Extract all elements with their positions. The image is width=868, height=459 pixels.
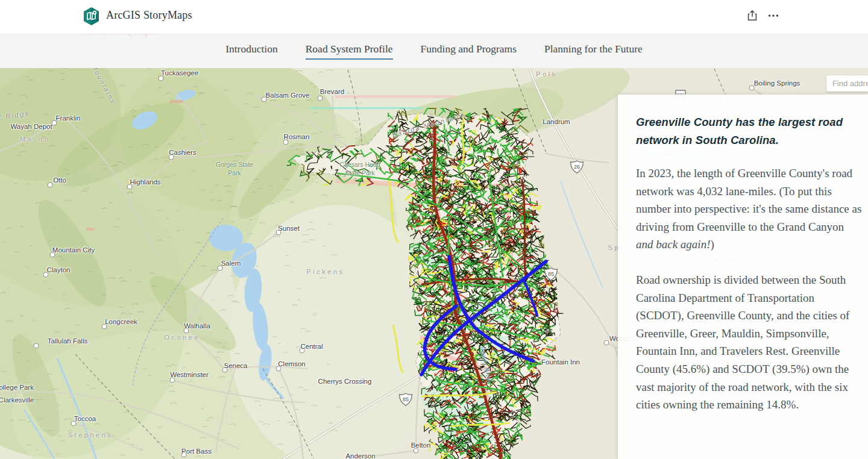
story-text-panel: Greenville County has the largest road n… [618, 95, 868, 459]
share-icon[interactable] [746, 9, 759, 22]
city-marker [52, 120, 57, 126]
city-marker [218, 266, 223, 271]
city-marker [414, 448, 419, 454]
app-header: ArcGIS StoryMaps [0, 0, 868, 34]
panel-heading: Greenville County has the largest road n… [636, 113, 848, 149]
more-options-icon[interactable] [767, 9, 780, 22]
city-marker [43, 272, 49, 278]
map-search-input[interactable]: Find addres [826, 75, 868, 92]
city-marker [127, 184, 133, 190]
nav-item-road-system-profile[interactable]: Road System Profile [306, 43, 393, 60]
city-marker [300, 348, 305, 354]
svg-text:85: 85 [548, 271, 554, 277]
city-marker [169, 155, 174, 160]
city-marker [604, 340, 609, 346]
city-marker [181, 452, 187, 458]
city-marker [34, 343, 39, 349]
city-marker [50, 252, 55, 258]
svg-text:26: 26 [574, 164, 580, 170]
city-marker [318, 96, 323, 101]
city-marker [159, 76, 164, 81]
map-search-placeholder: Find addres [832, 79, 868, 88]
city-marker [170, 378, 175, 383]
panel-paragraph-1: In 2023, the length of Greenville County… [636, 164, 862, 254]
storymaps-logo-icon[interactable] [83, 7, 100, 26]
city-marker [283, 140, 289, 145]
nav-item-funding-and-programs[interactable]: Funding and Programs [421, 43, 517, 60]
nav-item-introduction[interactable]: Introduction [225, 43, 278, 60]
city-marker [222, 367, 228, 373]
city-marker [71, 421, 77, 426]
panel-paragraph-2: Road ownership is divided between the So… [636, 271, 862, 414]
city-marker [749, 86, 755, 91]
city-marker [102, 324, 107, 329]
city-marker [276, 366, 281, 372]
story-nav: IntroductionRoad System ProfileFunding a… [0, 34, 868, 68]
city-marker [262, 97, 267, 102]
city-marker [48, 183, 53, 188]
city-marker [276, 230, 281, 236]
svg-text:85: 85 [403, 396, 409, 402]
app-title: ArcGIS StoryMaps [106, 9, 192, 22]
city-marker [184, 328, 189, 334]
nav-item-planning-for-the-future[interactable]: Planning for the Future [544, 43, 643, 60]
